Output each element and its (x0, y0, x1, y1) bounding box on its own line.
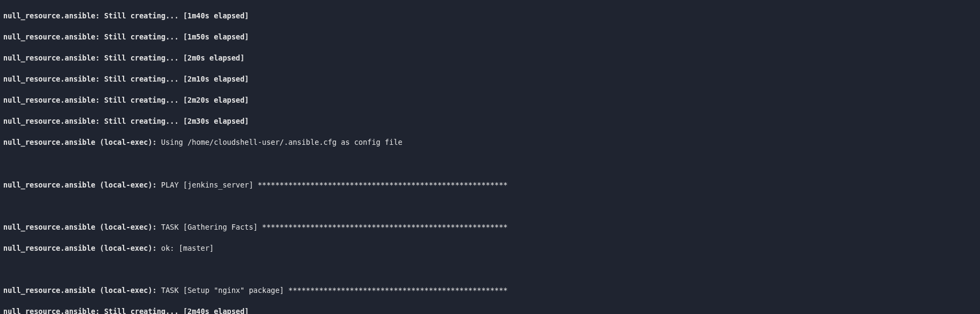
log-line: null_resource.ansible (local-exec): TASK… (3, 285, 977, 296)
log-line: null_resource.ansible: Still creating...… (3, 306, 977, 314)
blank-line (3, 264, 977, 275)
log-line: null_resource.ansible (local-exec): TASK… (3, 222, 977, 233)
log-prefix: null_resource.ansible (local-exec): (3, 223, 156, 231)
log-line: null_resource.ansible: Still creating...… (3, 53, 977, 64)
log-line: null_resource.ansible: Still creating...… (3, 116, 977, 127)
log-prefix: null_resource.ansible (local-exec): (3, 181, 156, 189)
log-prefix: null_resource.ansible (local-exec): (3, 138, 156, 146)
log-text: ok: [master] (156, 244, 214, 252)
log-prefix: null_resource.ansible (local-exec): (3, 286, 156, 295)
log-line: null_resource.ansible: Still creating...… (3, 11, 977, 22)
log-line: null_resource.ansible: Still creating...… (3, 32, 977, 43)
log-prefix: null_resource.ansible (local-exec): (3, 244, 156, 252)
log-text: Using /home/cloudshell-user/.ansible.cfg… (156, 138, 402, 146)
blank-line (3, 158, 977, 169)
log-line: null_resource.ansible (local-exec): ok: … (3, 243, 977, 254)
log-line: null_resource.ansible: Still creating...… (3, 95, 977, 106)
log-text: TASK [Gathering Facts] *****************… (156, 223, 507, 231)
log-text: TASK [Setup "nginx" package] ***********… (156, 286, 507, 295)
log-line: null_resource.ansible (local-exec): Usin… (3, 137, 977, 148)
log-line: null_resource.ansible (local-exec): PLAY… (3, 180, 977, 191)
log-text: PLAY [jenkins_server] ******************… (156, 181, 507, 189)
terminal-output: null_resource.ansible: Still creating...… (0, 0, 980, 314)
blank-line (3, 201, 977, 212)
log-line: null_resource.ansible: Still creating...… (3, 74, 977, 85)
